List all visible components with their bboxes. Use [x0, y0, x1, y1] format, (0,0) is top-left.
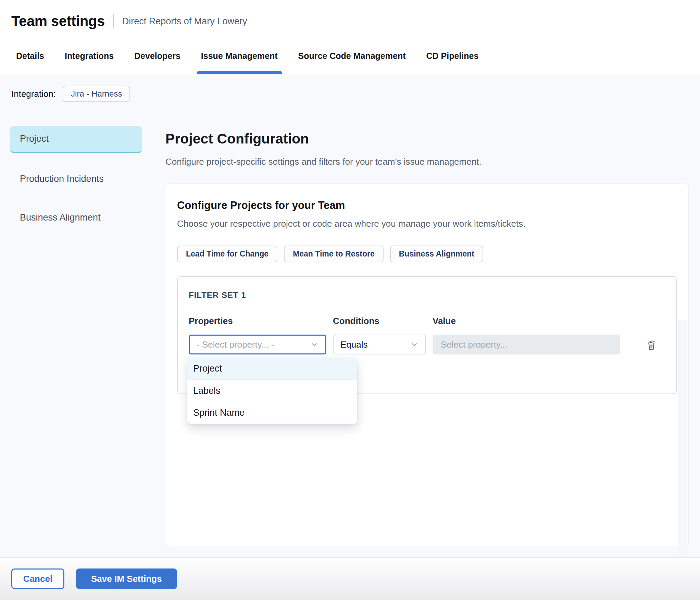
value-column-label: Value — [433, 316, 620, 326]
properties-select-placeholder: - Select property... - — [197, 339, 274, 350]
page-subtitle: Direct Reports of Mary Lowery — [122, 16, 247, 27]
sidebar-item-production-incidents[interactable]: Production Incidents — [10, 166, 142, 192]
title-separator — [113, 14, 114, 28]
card-subtitle: Choose your respective project or code a… — [177, 218, 677, 229]
sidebar-item-project[interactable]: Project — [10, 126, 142, 153]
configure-projects-card: Configure Projects for your Team Choose … — [165, 184, 688, 547]
tab-issue-management-label: Issue Management — [201, 51, 278, 61]
chip-business-alignment[interactable]: Business Alignment — [390, 246, 483, 262]
section-title: Project Configuration — [165, 131, 688, 147]
conditions-select[interactable]: Equals — [333, 335, 426, 354]
properties-select[interactable]: - Select property... - — [189, 335, 326, 354]
dropdown-option-sprint-name[interactable]: Sprint Name — [187, 402, 357, 424]
tab-developers[interactable]: Developers — [134, 51, 181, 74]
tab-integrations[interactable]: Integrations — [64, 51, 114, 74]
section-subtitle: Configure project-specific settings and … — [165, 157, 688, 167]
tab-cd-pipelines[interactable]: CD Pipelines — [426, 51, 479, 74]
dropdown-option-labels[interactable]: Labels — [187, 380, 357, 402]
active-tab-underline — [197, 71, 282, 74]
trash-icon — [645, 338, 658, 351]
main-panel: Project Configuration Configure project-… — [153, 112, 700, 558]
page-title: Team settings — [11, 13, 105, 29]
filter-set-title: FILTER SET 1 — [189, 290, 665, 300]
tab-source-code-management[interactable]: Source Code Management — [298, 51, 407, 74]
chip-mean-time-to-restore[interactable]: Mean Time to Restore — [284, 246, 384, 262]
chevron-down-icon — [310, 340, 319, 349]
save-im-settings-button[interactable]: Save IM Settings — [76, 568, 177, 589]
content-area: Integration: Jira - Harness Project Prod… — [0, 74, 700, 557]
properties-column-label: Properties — [189, 316, 326, 326]
conditions-column-label: Conditions — [333, 316, 426, 326]
value-input[interactable] — [433, 335, 620, 354]
integration-chip[interactable]: Jira - Harness — [63, 86, 130, 102]
sidebar-item-business-alignment[interactable]: Business Alignment — [10, 205, 142, 230]
tab-issue-management[interactable]: Issue Management — [200, 51, 278, 74]
filter-labels-row: Properties Conditions Value — [189, 316, 665, 335]
filter-controls-row: - Select property... - Project Labels Sp… — [189, 335, 665, 354]
settings-sidebar: Project Production Incidents Business Al… — [0, 112, 153, 558]
card-title: Configure Projects for your Team — [177, 199, 677, 212]
dropdown-option-project[interactable]: Project — [187, 358, 357, 380]
conditions-select-value: Equals — [340, 339, 368, 350]
integration-label: Integration: — [11, 89, 56, 99]
cancel-button[interactable]: Cancel — [11, 568, 64, 589]
properties-dropdown: Project Labels Sprint Name — [187, 358, 357, 424]
page-header: Team settings Direct Reports of Mary Low… — [0, 0, 700, 38]
integration-row: Integration: Jira - Harness — [0, 74, 700, 112]
metric-chip-row: Lead Time for Change Mean Time to Restor… — [177, 246, 677, 262]
filter-set-1: FILTER SET 1 Properties Conditions Value… — [177, 276, 677, 394]
tab-details[interactable]: Details — [15, 51, 45, 74]
chip-lead-time-for-change[interactable]: Lead Time for Change — [177, 246, 277, 262]
delete-filter-button[interactable] — [643, 336, 660, 353]
tab-bar: Details Integrations Developers Issue Ma… — [0, 38, 700, 74]
footer-bar: Cancel Save IM Settings — [0, 557, 700, 600]
chevron-down-icon — [410, 340, 419, 349]
